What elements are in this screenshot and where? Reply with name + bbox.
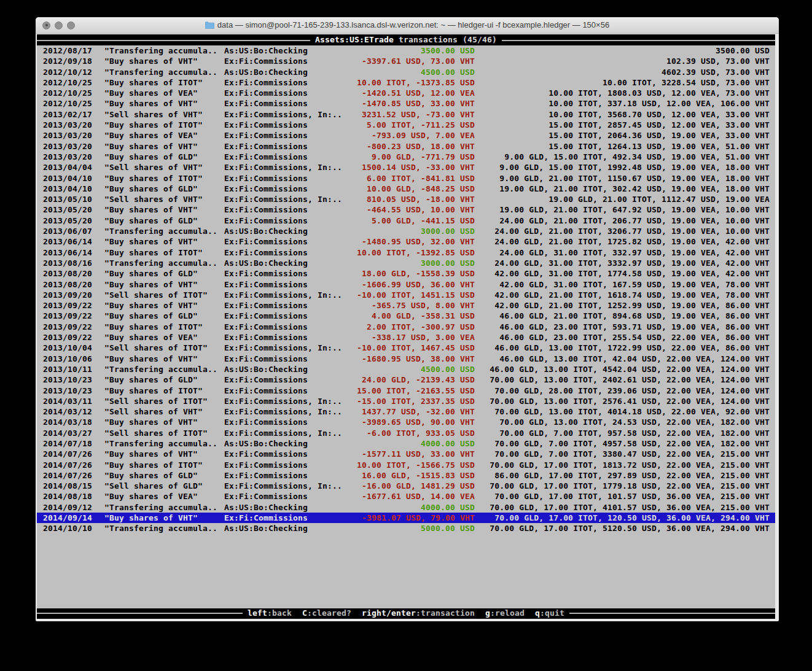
transaction-row[interactable]: 2012/10/25 "Buy shares of VEA" Ex:Fi:Com… xyxy=(37,88,775,98)
transaction-row[interactable]: 2013/05/20 "Buy shares of VHT" Ex:Fi:Com… xyxy=(37,204,775,215)
transaction-row[interactable]: 2014/08/15 "Sell shares of GLD" Ex:Fi:Co… xyxy=(37,481,775,491)
transaction-row[interactable]: 2013/09/22 "Buy shares of VHT" Ex:Fi:Com… xyxy=(37,300,775,311)
transaction-row[interactable]: 2014/07/18 "Transfering accumula.. As:US… xyxy=(37,438,775,449)
row-balance: 70.00 GLD, 17.00 ITOT, 101.57 USD, 36.00… xyxy=(494,491,770,502)
register-header-bar: Assets:US:ETrade transactions (45/46) xyxy=(37,34,775,45)
row-balance: 86.00 GLD, 17.00 ITOT, 297.89 USD, 22.00… xyxy=(494,470,770,481)
transaction-row[interactable]: 2013/03/20 "Buy shares of GLD" Ex:Fi:Com… xyxy=(37,152,775,162)
row-accounts: Ex:Fi:Commissions, In:.. xyxy=(224,406,342,417)
transaction-row[interactable]: 2013/08/16 "Transfering accumula.. As:US… xyxy=(37,258,775,268)
row-accounts: As:US:Bo:Checking xyxy=(224,523,308,533)
row-change: -1470.85 USD, 33.00 VHT xyxy=(362,98,475,109)
row-change: 10.00 ITOT, -1392.85 USD xyxy=(357,247,475,258)
row-balance: 46.00 GLD, 13.00 ITOT, 42.04 USD, 22.00 … xyxy=(499,354,770,364)
row-date: 2013/06/07 xyxy=(43,226,92,236)
transaction-row[interactable]: 2014/08/18 "Buy shares of VEA" Ex:Fi:Com… xyxy=(37,491,775,502)
transaction-row[interactable]: 2013/04/10 "Buy shares of ITOT" Ex:Fi:Co… xyxy=(37,173,775,184)
transaction-row[interactable]: 2014/03/18 "Buy shares of VHT" Ex:Fi:Com… xyxy=(37,417,775,427)
row-accounts: Ex:Fi:Commissions, In:.. xyxy=(224,290,342,300)
transaction-row[interactable]: 2013/06/07 "Transfering accumula.. As:US… xyxy=(37,226,775,236)
transaction-row[interactable]: 2012/10/12 "Transfering accumula.. As:US… xyxy=(37,67,775,77)
transaction-row[interactable]: 2013/02/17 "Sell shares of VHT" Ex:Fi:Co… xyxy=(37,109,775,120)
transaction-row[interactable]: 2014/03/27 "Sell shares of ITOT" Ex:Fi:C… xyxy=(37,428,775,438)
register-body[interactable]: 2012/08/17 "Transfering accumula.. As:US… xyxy=(37,45,775,608)
transaction-row[interactable]: 2013/09/22 "Buy shares of VEA" Ex:Fi:Com… xyxy=(37,332,775,343)
row-balance: 70.00 GLD, 28.00 ITOT, 239.06 USD, 22.00… xyxy=(494,386,770,396)
transaction-row[interactable]: 2013/03/20 "Buy shares of VHT" Ex:Fi:Com… xyxy=(37,141,775,152)
row-accounts: Ex:Fi:Commissions xyxy=(224,204,308,215)
row-accounts: Ex:Fi:Commissions xyxy=(224,152,308,162)
row-description: "Buy shares of GLD" xyxy=(104,215,198,226)
transaction-row[interactable]: 2012/09/18 "Buy shares of VHT" Ex:Fi:Com… xyxy=(37,56,775,66)
row-date: 2013/10/11 xyxy=(43,364,92,374)
row-change: 4000.00 USD xyxy=(421,502,475,513)
transaction-row[interactable]: 2013/05/20 "Buy shares of GLD" Ex:Fi:Com… xyxy=(37,215,775,226)
row-description: "Buy shares of VHT" xyxy=(104,300,198,311)
row-date: 2013/09/22 xyxy=(43,311,92,321)
header-border-line-left xyxy=(37,34,310,45)
transaction-row[interactable]: 2013/10/23 "Buy shares of ITOT" Ex:Fi:Co… xyxy=(37,386,775,396)
key-hints-bar: left:back C:cleared? right/enter:transac… xyxy=(37,608,775,619)
row-date: 2014/03/18 xyxy=(43,417,92,427)
transaction-row[interactable]: 2013/10/11 "Transfering accumula.. As:US… xyxy=(37,364,775,374)
transaction-row[interactable]: 2014/07/26 "Buy shares of ITOT" Ex:Fi:Co… xyxy=(37,460,775,470)
row-balance: 24.00 GLD, 21.00 ITOT, 206.77 USD, 19.00… xyxy=(499,215,770,226)
transaction-row[interactable]: 2014/09/12 "Transfering accumula.. As:US… xyxy=(37,502,775,513)
row-date: 2014/03/27 xyxy=(43,428,92,438)
row-change: 5.00 ITOT, -711.25 USD xyxy=(367,120,475,130)
transaction-row[interactable]: 2013/08/20 "Buy shares of GLD" Ex:Fi:Com… xyxy=(37,268,775,279)
row-accounts: Ex:Fi:Commissions xyxy=(224,354,308,364)
transaction-row[interactable]: 2013/03/20 "Buy shares of ITOT" Ex:Fi:Co… xyxy=(37,120,775,130)
transaction-row[interactable]: 2013/10/06 "Buy shares of VHT" Ex:Fi:Com… xyxy=(37,354,775,364)
transaction-row[interactable]: 2014/07/26 "Buy shares of GLD" Ex:Fi:Com… xyxy=(37,470,775,481)
row-date: 2014/07/18 xyxy=(43,438,92,449)
transaction-row[interactable]: 2013/08/20 "Buy shares of VHT" Ex:Fi:Com… xyxy=(37,279,775,290)
transaction-row[interactable]: 2014/07/26 "Buy shares of VHT" Ex:Fi:Com… xyxy=(37,449,775,459)
transaction-row[interactable]: 2013/09/20 "Sell shares of ITOT" Ex:Fi:C… xyxy=(37,290,775,300)
row-description: "Buy shares of ITOT" xyxy=(104,322,203,332)
transaction-row[interactable]: 2013/04/04 "Sell shares of VHT" Ex:Fi:Co… xyxy=(37,162,775,173)
row-date: 2013/03/20 xyxy=(43,130,92,141)
transaction-row[interactable]: 2013/09/22 "Buy shares of GLD" Ex:Fi:Com… xyxy=(37,311,775,321)
row-date: 2013/02/17 xyxy=(43,109,92,120)
row-description: "Buy shares of VHT" xyxy=(104,204,198,215)
row-description: "Sell shares of VHT" xyxy=(104,162,203,173)
row-balance: 46.00 GLD, 21.00 ITOT, 894.68 USD, 19.00… xyxy=(499,311,770,321)
transaction-row[interactable]: 2012/08/17 "Transfering accumula.. As:US… xyxy=(37,45,775,56)
row-date: 2013/10/06 xyxy=(43,354,92,364)
transaction-row[interactable]: 2013/06/14 "Buy shares of VHT" Ex:Fi:Com… xyxy=(37,236,775,247)
row-date: 2013/06/14 xyxy=(43,247,92,258)
row-change: 3500.00 USD xyxy=(421,45,475,56)
transaction-row[interactable]: 2013/10/23 "Buy shares of GLD" Ex:Fi:Com… xyxy=(37,374,775,385)
transaction-row[interactable]: 2012/10/25 "Buy shares of ITOT" Ex:Fi:Co… xyxy=(37,77,775,88)
row-date: 2013/10/23 xyxy=(43,386,92,396)
row-description: "Transfering accumula.. xyxy=(104,226,217,236)
row-accounts: Ex:Fi:Commissions, In:.. xyxy=(224,194,342,204)
transaction-row[interactable]: 2014/03/11 "Sell shares of ITOT" Ex:Fi:C… xyxy=(37,396,775,406)
row-balance: 42.00 GLD, 31.00 ITOT, 167.59 USD, 19.00… xyxy=(499,279,770,290)
transaction-row[interactable]: 2014/09/14 "Buy shares of VHT" Ex:Fi:Com… xyxy=(37,513,775,523)
transaction-row[interactable]: 2013/05/10 "Sell shares of VHT" Ex:Fi:Co… xyxy=(37,194,775,204)
row-accounts: Ex:Fi:Commissions xyxy=(224,56,308,66)
transaction-row[interactable]: 2013/06/14 "Buy shares of ITOT" Ex:Fi:Co… xyxy=(37,247,775,258)
row-description: "Buy shares of GLD" xyxy=(104,374,198,385)
transaction-row[interactable]: 2013/09/22 "Buy shares of ITOT" Ex:Fi:Co… xyxy=(37,322,775,332)
transaction-row[interactable]: 2013/04/10 "Buy shares of GLD" Ex:Fi:Com… xyxy=(37,184,775,194)
row-balance: 19.00 GLD, 21.00 ITOT, 647.92 USD, 19.00… xyxy=(499,204,770,215)
row-change: 2.00 ITOT, -300.97 USD xyxy=(367,322,475,332)
transaction-row[interactable]: 2013/10/04 "Sell shares of ITOT" Ex:Fi:C… xyxy=(37,343,775,353)
row-date: 2014/07/26 xyxy=(43,470,92,481)
transaction-row[interactable]: 2012/10/25 "Buy shares of VHT" Ex:Fi:Com… xyxy=(37,98,775,109)
row-accounts: Ex:Fi:Commissions, In:.. xyxy=(224,481,342,491)
transaction-row[interactable]: 2014/03/12 "Sell shares of VHT" Ex:Fi:Co… xyxy=(37,406,775,417)
key-hints: left:back C:cleared? right/enter:transac… xyxy=(243,608,569,619)
row-accounts: Ex:Fi:Commissions xyxy=(224,470,308,481)
row-change: -1480.95 USD, 32.00 VHT xyxy=(362,236,475,247)
window-title: data — simon@pool-71-165-239-133.lsanca.… xyxy=(36,20,779,31)
row-change: 10.00 GLD, -848.25 USD xyxy=(367,184,475,194)
transaction-row[interactable]: 2013/03/20 "Buy shares of VEA" Ex:Fi:Com… xyxy=(37,130,775,141)
transaction-row[interactable]: 2014/10/10 "Transfering accumula.. As:US… xyxy=(37,523,775,533)
row-change: -1680.95 USD, 38.00 VHT xyxy=(362,354,475,364)
row-description: "Buy shares of GLD" xyxy=(104,184,198,194)
row-date: 2012/08/17 xyxy=(43,45,92,56)
